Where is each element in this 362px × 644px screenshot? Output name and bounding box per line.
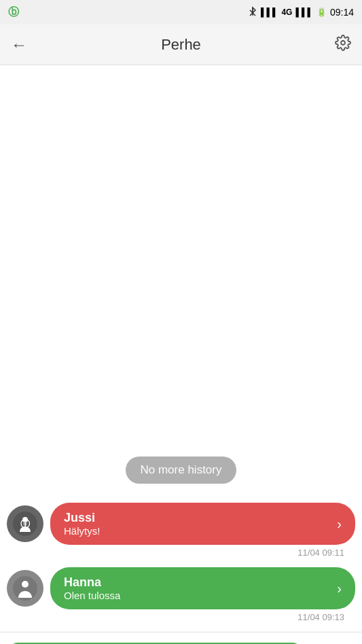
svg-point-6 (22, 581, 29, 588)
back-icon: ← (11, 35, 27, 54)
chevron-right-icon-jussi: › (337, 516, 342, 532)
message-row: Hanna Olen tulossa › (7, 567, 355, 609)
page-title: Perhe (161, 36, 201, 54)
input-area (0, 632, 362, 644)
signal2-icon: ▌▌▌ (295, 7, 313, 17)
main-content: No more history (0, 65, 362, 503)
person-icon-hanna (13, 576, 37, 601)
svg-text:ⓘ: ⓘ (20, 518, 31, 529)
sender-sub-hanna: Olen tulossa (64, 590, 120, 601)
messages-area: ⓘ Jussi Hälytys! › 11/04 09:11 Hanna (0, 503, 362, 622)
history-badge: No more history (126, 457, 237, 484)
bluetooth-icon (248, 6, 257, 19)
sender-sub-jussi: Hälytys! (64, 525, 100, 537)
avatar-jussi: ⓘ (7, 505, 43, 542)
status-right: ▌▌▌ 4G ▌▌▌ 🔋 09:14 (248, 6, 354, 19)
signal-icon: ▌▌▌ (261, 7, 278, 17)
gear-icon (335, 35, 351, 51)
person-icon: ⓘ (13, 512, 37, 536)
message-bubble-hanna[interactable]: Hanna Olen tulossa › (50, 567, 355, 609)
top-bar: ← Perhe (0, 24, 362, 65)
sender-name-hanna: Hanna (64, 575, 120, 590)
settings-button[interactable] (335, 35, 351, 55)
back-button[interactable]: ← (11, 35, 27, 54)
status-left: ⓑ (8, 5, 19, 20)
message-row: ⓘ Jussi Hälytys! › (7, 503, 355, 545)
sender-name-jussi: Jussi (64, 511, 100, 525)
status-bar: ⓑ ▌▌▌ 4G ▌▌▌ 🔋 09:14 (0, 0, 362, 24)
app-icon: ⓑ (8, 5, 19, 20)
chevron-right-icon-hanna: › (337, 581, 342, 596)
time-display: 09:14 (330, 7, 354, 18)
battery-icon: 🔋 (316, 7, 327, 17)
timestamp-jussi: 11/04 09:11 (7, 548, 355, 558)
network-label: 4G (281, 7, 292, 17)
timestamp-hanna: 11/04 09:13 (7, 612, 355, 622)
message-bubble-jussi[interactable]: Jussi Hälytys! › (50, 503, 355, 545)
avatar-hanna (7, 570, 43, 607)
svg-point-0 (341, 41, 345, 45)
